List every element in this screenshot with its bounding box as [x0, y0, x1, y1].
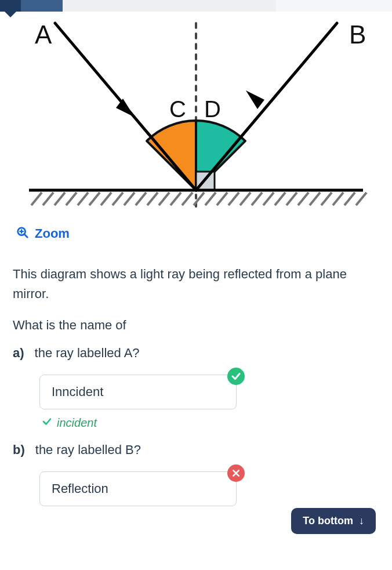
- zoom-label: Zoom: [35, 226, 70, 241]
- part-b: b) the ray labelled B?: [0, 430, 392, 458]
- label-B: B: [349, 20, 366, 49]
- reflection-diagram: A B C D: [0, 12, 392, 215]
- progress-seg-tail: [276, 0, 392, 12]
- check-small-icon: [42, 416, 52, 430]
- part-a: a) the ray labelled A?: [0, 333, 392, 361]
- label-A: A: [35, 20, 52, 49]
- svg-line-29: [344, 193, 355, 205]
- progress-bar: [0, 0, 392, 12]
- progress-seg-remaining: [63, 0, 276, 12]
- svg-line-25: [298, 193, 308, 205]
- svg-line-28: [333, 193, 343, 205]
- svg-line-27: [321, 193, 332, 205]
- question-lead: What is the name of: [0, 304, 392, 333]
- svg-line-24: [286, 193, 297, 205]
- part-a-feedback-text: incident: [57, 416, 97, 430]
- to-bottom-label: To bottom: [303, 515, 353, 527]
- svg-line-5: [66, 193, 77, 205]
- svg-line-7: [89, 193, 100, 205]
- arrowhead-b-icon: [246, 90, 264, 109]
- progress-seg-next: [21, 0, 63, 12]
- chevron-down-icon: [5, 12, 16, 17]
- svg-line-4: [55, 193, 65, 205]
- part-a-feedback: incident: [0, 409, 392, 430]
- part-b-input[interactable]: [39, 471, 237, 506]
- svg-line-10: [124, 193, 135, 205]
- part-a-question: the ray labelled A?: [35, 346, 140, 361]
- svg-line-22: [263, 193, 274, 205]
- part-a-letter: a): [13, 346, 24, 361]
- svg-line-12: [147, 193, 158, 205]
- svg-line-20: [240, 193, 251, 205]
- svg-line-23: [275, 193, 285, 205]
- label-D: D: [204, 96, 221, 122]
- part-b-answer-block: [0, 458, 392, 506]
- svg-line-14: [170, 193, 181, 205]
- part-a-answer-block: [0, 361, 392, 409]
- svg-line-21: [252, 193, 262, 205]
- check-icon: [227, 368, 245, 385]
- svg-line-9: [112, 193, 123, 205]
- part-b-question: the ray labelled B?: [35, 442, 141, 458]
- arrow-down-icon: ↓: [359, 515, 364, 527]
- zoom-in-icon: [16, 226, 29, 241]
- cross-icon: [227, 464, 245, 482]
- to-bottom-button[interactable]: To bottom ↓: [291, 508, 376, 534]
- mirror-hatching: [31, 193, 366, 205]
- svg-line-6: [78, 193, 88, 205]
- svg-line-11: [136, 193, 146, 205]
- svg-line-19: [228, 193, 239, 205]
- part-b-letter: b): [13, 442, 25, 458]
- svg-line-15: [182, 193, 193, 205]
- svg-line-13: [159, 193, 169, 205]
- svg-line-26: [310, 193, 320, 205]
- arrowhead-a-icon: [116, 99, 135, 117]
- svg-line-32: [24, 234, 28, 238]
- label-C: C: [169, 96, 186, 122]
- zoom-button[interactable]: Zoom: [0, 215, 392, 241]
- svg-line-3: [43, 193, 53, 205]
- part-a-input[interactable]: [39, 375, 237, 409]
- svg-line-8: [101, 193, 111, 205]
- progress-seg-current: [0, 0, 21, 12]
- svg-line-30: [356, 193, 366, 205]
- svg-line-18: [217, 193, 227, 205]
- bottom-fade: [0, 554, 392, 570]
- question-intro: This diagram shows a light ray being ref…: [0, 241, 392, 304]
- diagram-container: A B C D: [0, 12, 392, 215]
- svg-line-17: [205, 193, 216, 205]
- svg-line-2: [31, 193, 42, 205]
